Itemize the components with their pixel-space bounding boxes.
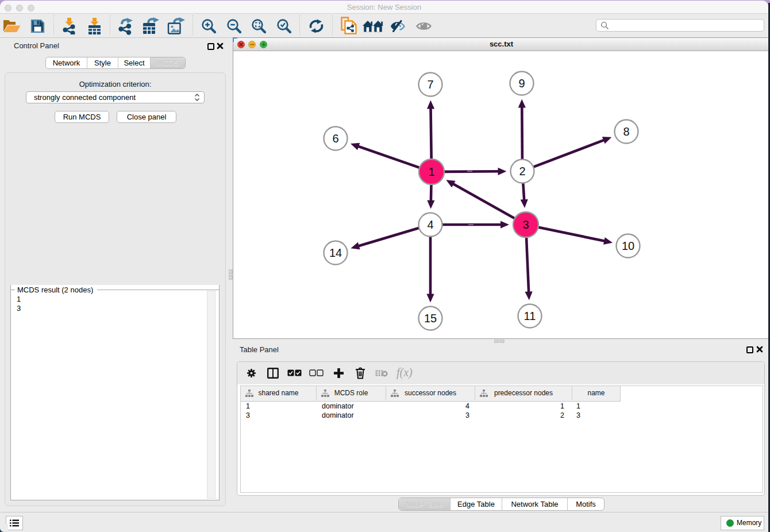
svg-text:7: 7 — [427, 78, 433, 91]
svg-text:11: 11 — [524, 310, 536, 322]
svg-text:15: 15 — [424, 312, 437, 325]
svg-text:4: 4 — [427, 218, 433, 231]
svg-text:6: 6 — [332, 132, 338, 145]
svg-text:1: 1 — [428, 165, 434, 178]
svg-text:8: 8 — [623, 125, 629, 138]
svg-text:10: 10 — [622, 240, 634, 252]
svg-text:14: 14 — [329, 246, 342, 259]
svg-text:3: 3 — [522, 218, 529, 231]
svg-text:9: 9 — [518, 77, 525, 90]
svg-text:2: 2 — [519, 165, 525, 178]
